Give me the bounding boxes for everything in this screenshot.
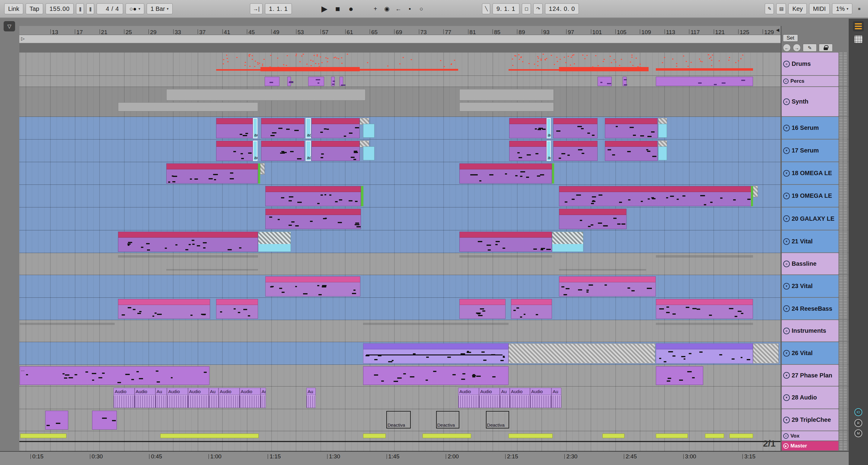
clip-deact[interactable]: Deactiva: [486, 411, 509, 429]
clip-red[interactable]: [216, 69, 260, 71]
track-header-29-triplechee[interactable]: ▾29 TripleChee: [782, 409, 849, 431]
clip-lime[interactable]: [20, 434, 66, 438]
io-meter-strip[interactable]: [839, 253, 843, 274]
track-header-bassline[interactable]: ≡Bassline: [782, 253, 849, 275]
track-name-area[interactable]: ▾27 Phase Plan: [782, 365, 838, 386]
io-meter-strip[interactable]: [839, 275, 843, 297]
clip-mag[interactable]: [261, 118, 305, 139]
volume-meter-strip[interactable]: [843, 431, 847, 440]
clip-gray[interactable]: [118, 103, 258, 111]
clip-hatchwide[interactable]: [508, 343, 655, 364]
clip-lime[interactable]: [363, 434, 386, 438]
io-meter-strip[interactable]: [839, 386, 843, 409]
volume-meter-strip[interactable]: [843, 298, 847, 319]
ruler-end-arrow-icon[interactable]: ◀: [776, 27, 779, 32]
clip-hatchwide[interactable]: [753, 343, 779, 364]
unfold-chevron-icon[interactable]: ▾: [783, 283, 790, 290]
io-meter-strip[interactable]: [839, 162, 843, 184]
lane-26-vital[interactable]: [19, 342, 780, 365]
clip-mag[interactable]: [605, 118, 658, 139]
track-name-area[interactable]: ▾20 GALAXY LE: [782, 207, 838, 230]
clip-audio[interactable]: Audio: [188, 388, 209, 408]
volume-meter-strip[interactable]: [843, 53, 847, 75]
key-map-button[interactable]: Key: [788, 3, 806, 14]
clip-mag[interactable]: [216, 118, 253, 139]
clip-faint[interactable]: [656, 255, 753, 257]
clip-lime[interactable]: [602, 434, 624, 438]
lane-bassline[interactable]: [19, 253, 780, 275]
clip-purple[interactable]: [363, 366, 508, 385]
clip-specks[interactable]: [661, 54, 751, 68]
unfold-chevron-icon[interactable]: ▾: [783, 193, 790, 199]
history-forward-button[interactable]: →: [793, 44, 801, 52]
clip-purple[interactable]: [265, 77, 279, 86]
track-header-instruments[interactable]: ≡Instruments: [782, 320, 849, 342]
lane-instruments[interactable]: [19, 320, 780, 342]
clip-pink[interactable]: [656, 299, 753, 319]
clip-pink[interactable]: [559, 276, 656, 297]
io-meter-strip[interactable]: [839, 320, 843, 342]
nudge-up-button[interactable]: |||: [86, 3, 94, 14]
clip-hatch[interactable]: [260, 163, 265, 175]
mixer-section-toggle[interactable]: M: [855, 429, 862, 437]
clip-red[interactable]: [260, 67, 360, 71]
clip-cyan[interactable]: act: [306, 141, 311, 161]
clip-cyanhatch[interactable]: [552, 232, 583, 252]
tempo-display[interactable]: 155.00: [45, 3, 74, 14]
clip-faint[interactable]: [459, 255, 552, 257]
clip-mag[interactable]: [459, 163, 552, 184]
clip-deact[interactable]: Deactiva: [436, 411, 459, 429]
track-name-area[interactable]: ▾24 ReeseBass: [782, 298, 838, 319]
clip-mag[interactable]: [605, 141, 658, 161]
draw-automation-button[interactable]: ✎: [803, 44, 817, 52]
clip-cyan[interactable]: act: [306, 118, 311, 139]
clip-mag[interactable]: [166, 163, 258, 184]
volume-meter-strip[interactable]: [843, 87, 847, 116]
io-meter-strip[interactable]: [839, 365, 843, 386]
nudge-down-button[interactable]: |||: [76, 3, 84, 14]
clip-audio[interactable]: Audio: [134, 388, 155, 408]
volume-meter-strip[interactable]: [843, 253, 847, 274]
group-fold-icon[interactable]: ≡: [783, 433, 788, 439]
clip-red[interactable]: [360, 69, 458, 71]
clip-cyan[interactable]: ac: [253, 141, 257, 161]
clip-lime[interactable]: [730, 434, 753, 438]
clip-mag[interactable]: [261, 141, 305, 161]
io-meter-strip[interactable]: [839, 117, 843, 139]
volume-meter-strip[interactable]: [843, 185, 847, 207]
clip-mag[interactable]: [216, 141, 253, 161]
volume-meter-strip[interactable]: [843, 409, 847, 431]
volume-meter-strip[interactable]: [843, 320, 847, 342]
clip-lime[interactable]: [705, 434, 724, 438]
lane-21-vital[interactable]: [19, 230, 780, 253]
io-section-toggle[interactable]: IO: [855, 408, 862, 416]
clip-audio[interactable]: Au: [260, 388, 266, 408]
track-header-16-serum[interactable]: ▾16 Serum: [782, 117, 849, 140]
io-meter-strip[interactable]: [839, 298, 843, 319]
clip-specks[interactable]: [511, 54, 643, 68]
lane-28-audio[interactable]: AudioAudioAuAudioAudioAuAudioAudioAuAuAu…: [19, 386, 780, 409]
clip-cyan[interactable]: ac: [547, 141, 551, 161]
volume-meter-strip[interactable]: [843, 117, 847, 139]
clip-audio[interactable]: Audio: [530, 388, 551, 408]
lane-percs[interactable]: [19, 76, 780, 87]
tap-tempo-button[interactable]: Tap: [26, 3, 43, 14]
track-name-area[interactable]: ≡Bassline: [782, 253, 838, 274]
lane-16-serum[interactable]: acactac: [19, 117, 780, 140]
master-play-icon[interactable]: ▶: [783, 443, 788, 449]
track-name-area[interactable]: ▶Master: [782, 441, 838, 451]
clip-lime[interactable]: [656, 434, 688, 438]
group-fold-icon[interactable]: ≡: [783, 261, 790, 267]
clip-hatch[interactable]: [753, 186, 758, 197]
loop-button[interactable]: ○: [417, 3, 426, 14]
punch-out-button[interactable]: ↷: [533, 3, 542, 14]
lane-29-triplechee[interactable]: DeactivaDeactivaDeactiva: [19, 409, 780, 431]
volume-meter-strip[interactable]: [843, 365, 847, 386]
punch-in-button[interactable]: ╲: [482, 3, 490, 14]
track-header-28-audio[interactable]: ▾28 Audio: [782, 386, 849, 409]
clip-cyan[interactable]: ac: [253, 118, 257, 139]
io-meter-strip[interactable]: [839, 87, 843, 116]
track-header-17-serum[interactable]: ▾17 Serum: [782, 140, 849, 162]
midi-overdub-button[interactable]: ◉: [382, 3, 392, 14]
track-name-area[interactable]: ▾23 Vital: [782, 275, 838, 297]
